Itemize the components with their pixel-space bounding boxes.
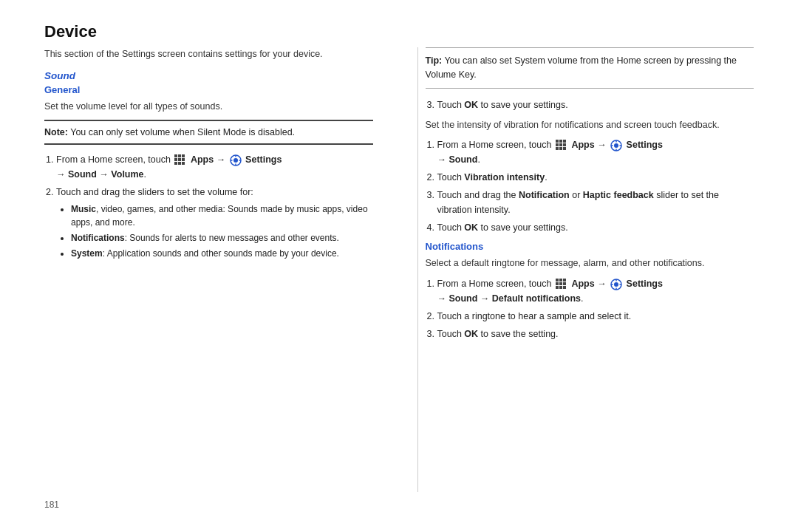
arrow3: → bbox=[99, 169, 111, 180]
notif-step-3: Touch OK to save the setting. bbox=[437, 327, 754, 341]
note-label: Note: You can only set volume when Silen… bbox=[44, 127, 295, 137]
notif-step-2: Touch a ringtone to hear a sample and se… bbox=[437, 309, 754, 324]
vibration-intro: Set the intensity of vibration for notif… bbox=[426, 118, 754, 132]
volume-bullet-list: Music, video, games, and other media: So… bbox=[56, 202, 373, 260]
general-text: Set the volume level for all types of so… bbox=[44, 100, 373, 114]
svg-point-1 bbox=[233, 158, 238, 163]
bullet-music: Music, video, games, and other media: So… bbox=[71, 202, 373, 229]
apps-icon-v bbox=[556, 140, 567, 151]
volume-step-2: Touch and drag the sliders to set the vo… bbox=[56, 185, 373, 260]
settings-icon-n bbox=[610, 279, 622, 290]
sound-heading: Sound bbox=[44, 70, 373, 81]
sound-label: Sound bbox=[68, 169, 97, 180]
vibration-step-4: Touch OK to save your settings. bbox=[437, 220, 754, 235]
two-column-layout: This section of the Settings screen cont… bbox=[44, 47, 754, 492]
settings-label: Settings bbox=[245, 154, 282, 165]
bullet-system: System: Application sounds and other sou… bbox=[71, 247, 373, 260]
arrow2: → bbox=[56, 169, 68, 180]
vapps-label: Apps bbox=[571, 140, 594, 150]
page-title: Device bbox=[44, 22, 754, 41]
tip-label: Tip: bbox=[426, 55, 443, 66]
notifications-intro: Select a default ringtone for message, a… bbox=[426, 256, 754, 270]
settings-icon-v bbox=[610, 140, 622, 151]
arrow1: → bbox=[216, 154, 228, 165]
notifications-heading: Notifications bbox=[426, 241, 754, 252]
volume-steps: From a Home screen, touch Apps → bbox=[44, 152, 373, 260]
general-heading: General bbox=[44, 84, 373, 95]
intro-text: This section of the Settings screen cont… bbox=[44, 47, 373, 61]
bullet-notifications: Notifications: Sounds for alerts to new … bbox=[71, 231, 373, 245]
right-column: Tip: You can also set System volume from… bbox=[417, 47, 754, 492]
apps-icon-n bbox=[556, 279, 567, 290]
tip-box: Tip: You can also set System volume from… bbox=[426, 47, 754, 89]
svg-point-13 bbox=[614, 282, 618, 287]
vibration-steps: From a Home screen, touch Apps → bbox=[426, 137, 754, 235]
left-column: This section of the Settings screen cont… bbox=[44, 47, 388, 492]
svg-point-7 bbox=[614, 143, 618, 148]
volume-step3: Touch OK to save your settings. bbox=[426, 98, 754, 112]
settings-icon bbox=[230, 154, 242, 166]
volume-step-3: Touch OK to save your settings. bbox=[437, 98, 754, 112]
volume-step-1: From a Home screen, touch Apps → bbox=[56, 152, 373, 182]
apps-label: Apps bbox=[191, 154, 214, 165]
vibration-step-3: Touch and drag the Notification or Hapti… bbox=[437, 188, 754, 217]
step1-prefix: From a Home screen, touch bbox=[56, 154, 171, 165]
note-box: Note: You can only set volume when Silen… bbox=[44, 120, 373, 146]
apps-icon bbox=[174, 154, 186, 166]
notif-step-1: From a Home screen, touch Apps → bbox=[437, 276, 754, 306]
page-number: 181 bbox=[44, 499, 754, 510]
page-container: Device This section of the Settings scre… bbox=[0, 0, 798, 532]
volume-label: Volume bbox=[111, 169, 143, 180]
vibration-step-1: From a Home screen, touch Apps → bbox=[437, 137, 754, 167]
vibration-step-2: Touch Vibration intensity. bbox=[437, 170, 754, 185]
notifications-steps: From a Home screen, touch Apps → bbox=[426, 276, 754, 341]
